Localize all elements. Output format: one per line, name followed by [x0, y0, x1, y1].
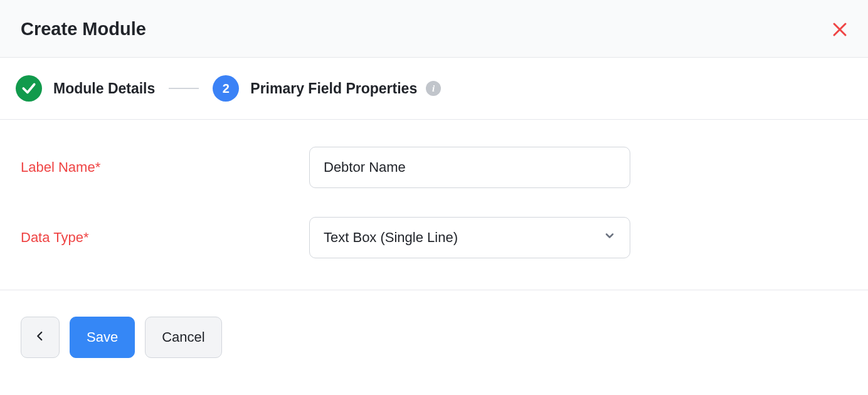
step-number: 2 — [213, 75, 239, 102]
chevron-down-icon — [603, 229, 616, 246]
dialog-header: Create Module — [0, 0, 868, 58]
form-body: Label Name* Data Type* Text Box (Single … — [0, 120, 868, 290]
cancel-button[interactable]: Cancel — [145, 317, 221, 358]
step-primary-field-properties[interactable]: 2 Primary Field Properties i — [213, 75, 441, 102]
chevron-left-icon — [34, 329, 46, 345]
label-name-label: Label Name* — [21, 159, 309, 176]
cancel-button-label: Cancel — [162, 329, 204, 345]
dialog-footer: Save Cancel — [0, 290, 868, 373]
label-name-input[interactable] — [309, 147, 630, 188]
back-button[interactable] — [21, 317, 60, 358]
check-icon — [16, 75, 42, 102]
form-row-label-name: Label Name* — [21, 147, 847, 188]
close-icon[interactable] — [832, 22, 847, 37]
save-button[interactable]: Save — [70, 317, 135, 358]
data-type-value: Text Box (Single Line) — [324, 229, 458, 246]
step-connector — [169, 88, 199, 89]
step-label: Primary Field Properties — [250, 80, 417, 97]
save-button-label: Save — [87, 329, 118, 345]
dialog-title: Create Module — [21, 19, 146, 40]
form-row-data-type: Data Type* Text Box (Single Line) — [21, 217, 847, 258]
step-label: Module Details — [53, 80, 155, 97]
stepper: Module Details 2 Primary Field Propertie… — [0, 58, 868, 120]
data-type-select[interactable]: Text Box (Single Line) — [309, 217, 630, 258]
step-module-details[interactable]: Module Details — [16, 75, 155, 102]
data-type-label: Data Type* — [21, 229, 309, 246]
info-icon[interactable]: i — [426, 81, 441, 96]
